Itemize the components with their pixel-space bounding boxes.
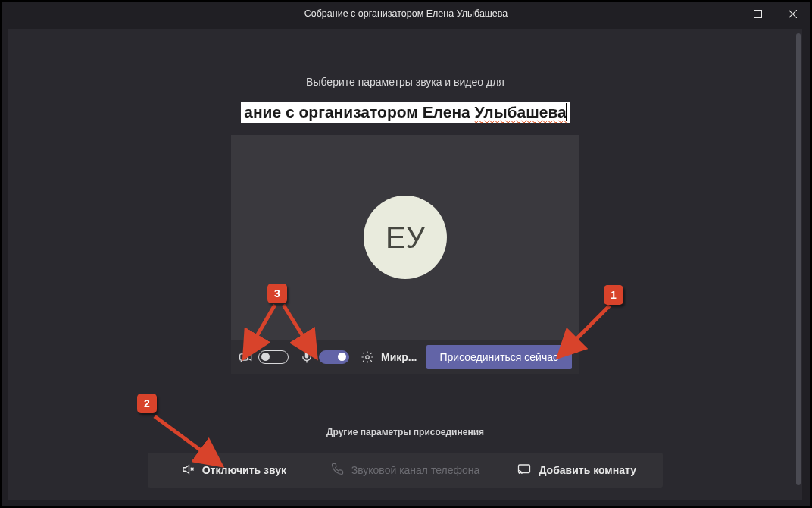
svg-rect-1 [754, 10, 761, 17]
add-room-button[interactable]: Добавить комнату [491, 453, 663, 488]
join-button[interactable]: Присоединиться сейчас [426, 345, 573, 369]
microphone-toggle[interactable] [319, 350, 349, 364]
annotation-arrow-1 [563, 303, 616, 356]
svg-line-13 [572, 306, 610, 343]
other-options-heading: Другие параметры присоединения [8, 427, 802, 437]
svg-line-17 [254, 305, 275, 341]
meeting-title-text-b: Улыбашева [475, 103, 567, 121]
settings-heading: Выберите параметры звука и видео для [8, 76, 802, 88]
annotation-arrow-3b [279, 302, 317, 349]
avatar: ЕУ [364, 196, 447, 279]
text-caret [566, 103, 567, 121]
other-options-row: Отключить звук Звуковой канал телефона [148, 453, 663, 488]
annotation-badge-1: 1 [604, 285, 623, 305]
mute-audio-label: Отключить звук [202, 464, 286, 476]
svg-line-19 [283, 305, 306, 341]
annotation-badge-2: 2 [137, 394, 157, 413]
maximize-button[interactable] [740, 2, 775, 25]
svg-line-15 [155, 416, 206, 454]
svg-point-8 [366, 355, 370, 359]
window-controls [705, 2, 810, 25]
meeting-title-wrap: ание с организатором Елена Улыбашева [231, 102, 579, 123]
titlebar: Собрание с организатором Елена Улыбашева [2, 2, 810, 25]
window-title: Собрание с организатором Елена Улыбашева [304, 8, 508, 19]
cast-icon [517, 463, 531, 478]
annotation-arrow-2 [150, 412, 218, 465]
meeting-title-input[interactable]: ание с организатором Елена Улыбашева [241, 102, 570, 123]
phone-audio-label: Звуковой канал телефона [351, 464, 480, 476]
app-window: Собрание с организатором Елена Улыбашева… [2, 2, 810, 506]
content-area: Выберите параметры звука и видео для ани… [8, 29, 802, 500]
avatar-initials: ЕУ [386, 221, 425, 255]
minimize-button[interactable] [705, 2, 740, 25]
microphone-icon [299, 350, 314, 365]
camera-toggle[interactable] [258, 350, 289, 364]
phone-icon [331, 463, 344, 478]
add-room-label: Добавить комнату [539, 464, 636, 476]
device-label[interactable]: Микр... [381, 351, 417, 363]
camera-off-icon [239, 350, 254, 365]
close-button[interactable] [775, 2, 810, 25]
scrollbar[interactable] [796, 33, 801, 485]
meeting-title-text-a: ание с организатором Елена [244, 103, 474, 121]
svg-rect-6 [305, 351, 309, 358]
phone-audio-button[interactable]: Звуковой канал телефона [320, 453, 492, 488]
svg-rect-11 [519, 465, 530, 473]
annotation-badge-3: 3 [267, 284, 287, 303]
gear-icon[interactable] [360, 350, 375, 365]
